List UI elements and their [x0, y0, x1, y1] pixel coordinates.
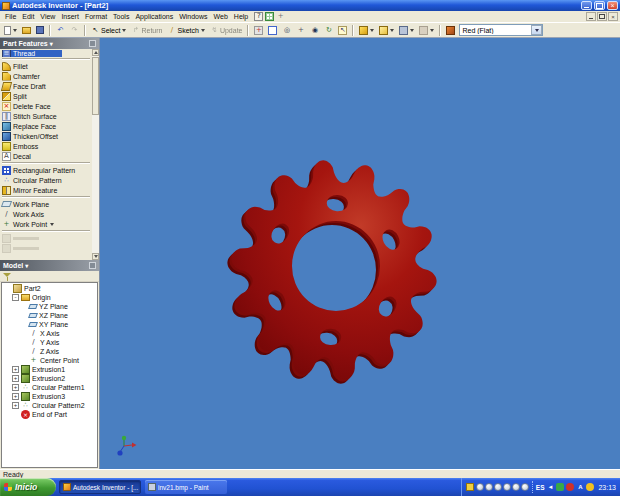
look-at-button[interactable]: ↖: [336, 24, 349, 37]
redo-button[interactable]: ↷: [68, 24, 81, 37]
part-features-item-chamfer[interactable]: Chamfer: [2, 71, 90, 81]
menu-windows[interactable]: Windows: [176, 13, 210, 20]
scroll-up-icon[interactable]: [92, 49, 99, 56]
part-features-item-workpoint[interactable]: +Work Point: [2, 219, 90, 229]
zoom-button[interactable]: ◎: [280, 24, 293, 37]
part-features-item-disabled[interactable]: [2, 243, 90, 253]
grid-icon[interactable]: [265, 12, 274, 21]
part-features-item-rectpattern[interactable]: Rectangular Pattern: [2, 165, 90, 175]
language-indicator[interactable]: ES: [536, 484, 545, 491]
part-features-item-split[interactable]: Split: [2, 91, 90, 101]
model-header[interactable]: Model: [0, 260, 99, 271]
tree-node-xz-plane[interactable]: XZ Plane: [2, 311, 97, 320]
media-button-icon[interactable]: [476, 483, 484, 491]
dropdown-caret-icon[interactable]: [430, 29, 434, 32]
material-dropdown-caret-icon[interactable]: [531, 25, 542, 35]
media-button-icon[interactable]: [485, 483, 493, 491]
volume-icon[interactable]: ◄: [546, 483, 554, 491]
start-button[interactable]: Inicio: [0, 478, 56, 496]
tree-node-extrusion1[interactable]: +Extrusion1: [2, 365, 97, 374]
dropdown-caret-icon[interactable]: [410, 29, 414, 32]
save-button[interactable]: [34, 24, 46, 37]
close-button[interactable]: [607, 1, 618, 10]
zoom-all-button[interactable]: +: [252, 24, 265, 37]
part-features-item-thread[interactable]: ≡Thread: [2, 50, 62, 57]
taskbar-button-inventor[interactable]: Autodesk Inventor - [...: [59, 480, 141, 494]
menu-edit[interactable]: Edit: [19, 13, 37, 20]
update-button[interactable]: ↯Update: [208, 24, 245, 37]
material-button[interactable]: [444, 24, 457, 37]
tree-node-origin[interactable]: -Origin: [2, 293, 97, 302]
menu-web[interactable]: Web: [211, 13, 231, 20]
expand-icon[interactable]: +: [12, 366, 19, 373]
part-features-item-workplane[interactable]: Work Plane: [2, 199, 90, 209]
shadow-button[interactable]: [417, 24, 436, 37]
tree-node-xy-plane[interactable]: XY Plane: [2, 320, 97, 329]
dropdown-caret-icon[interactable]: [370, 29, 374, 32]
plus-icon[interactable]: +: [276, 12, 285, 21]
part-features-item-mirror[interactable]: Mirror Feature: [2, 185, 90, 195]
shaded-display-button[interactable]: [357, 24, 376, 37]
menu-applications[interactable]: Applications: [132, 13, 176, 20]
dropdown-caret-icon[interactable]: [50, 223, 54, 226]
sprocket-part[interactable]: [100, 38, 620, 469]
restore-button[interactable]: [594, 1, 605, 10]
return-button[interactable]: ↱Return: [129, 24, 164, 37]
pushpin-icon[interactable]: [89, 40, 96, 47]
tree-node-end-of-part[interactable]: ×End of Part: [2, 410, 97, 419]
taskbar-button-paint[interactable]: inv21.bmp - Paint: [145, 480, 227, 494]
expand-icon[interactable]: +: [12, 384, 19, 391]
collapse-icon[interactable]: -: [12, 294, 19, 301]
part-features-scrollbar[interactable]: [92, 49, 99, 260]
part-features-item-disabled[interactable]: [2, 233, 90, 243]
scroll-thumb[interactable]: [92, 57, 99, 115]
new-button[interactable]: [2, 24, 19, 37]
media-button-icon[interactable]: [494, 483, 502, 491]
dropdown-caret-icon[interactable]: [201, 29, 205, 32]
pushpin-icon[interactable]: [89, 262, 96, 269]
document-minimize-button[interactable]: [586, 12, 596, 21]
filter-icon[interactable]: [3, 272, 12, 281]
menu-format[interactable]: Format: [82, 13, 110, 20]
media-button-icon[interactable]: [521, 483, 529, 491]
part-features-item-emboss[interactable]: Emboss: [2, 141, 90, 151]
graphics-canvas[interactable]: [100, 38, 620, 469]
undo-button[interactable]: ↶: [54, 24, 67, 37]
letter-a-icon[interactable]: A: [576, 483, 584, 491]
media-button-icon[interactable]: [503, 483, 511, 491]
open-button[interactable]: [20, 24, 33, 37]
expand-icon[interactable]: +: [12, 375, 19, 382]
select-button[interactable]: ↖Select: [89, 24, 128, 37]
tree-node-center-point[interactable]: +Center Point: [2, 356, 97, 365]
tree-node-part2[interactable]: Part2: [2, 284, 97, 293]
menu-insert[interactable]: Insert: [58, 13, 82, 20]
draft-display-button[interactable]: [377, 24, 396, 37]
sketch-button[interactable]: /Sketch: [165, 24, 206, 37]
part-features-item-circpattern[interactable]: ∴Circular Pattern: [2, 175, 90, 185]
scroll-down-icon[interactable]: [92, 253, 99, 260]
part-features-item-thicken[interactable]: Thicken/Offset: [2, 131, 90, 141]
green-status-icon[interactable]: [556, 483, 564, 491]
part-features-item-replaceface[interactable]: Replace Face: [2, 121, 90, 131]
tree-node-z-axis[interactable]: /Z Axis: [2, 347, 97, 356]
part-features-item-decal[interactable]: ADecal: [2, 151, 90, 161]
tree-node-yz-plane[interactable]: YZ Plane: [2, 302, 97, 311]
panel-menu-caret-icon[interactable]: [25, 262, 28, 269]
expand-icon[interactable]: +: [12, 402, 19, 409]
taskbar-clock[interactable]: 23:13: [598, 484, 616, 491]
part-features-item-stitch[interactable]: ‖Stitch Surface: [2, 111, 90, 121]
camera-button[interactable]: [397, 24, 416, 37]
tree-node-extrusion2[interactable]: +Extrusion2: [2, 374, 97, 383]
part-features-item-fillet[interactable]: Fillet: [2, 61, 90, 71]
help-icon[interactable]: ?: [254, 12, 263, 21]
document-restore-button[interactable]: [597, 12, 607, 21]
rotate-button[interactable]: ↻: [322, 24, 335, 37]
tree-node-x-axis[interactable]: /X Axis: [2, 329, 97, 338]
pan-button[interactable]: +: [294, 24, 307, 37]
expand-icon[interactable]: +: [12, 393, 19, 400]
yellow-badge-icon[interactable]: [586, 483, 594, 491]
panel-menu-caret-icon[interactable]: [50, 40, 53, 47]
part-features-item-facedraft[interactable]: Face Draft: [2, 81, 90, 91]
notes-icon[interactable]: [466, 483, 474, 491]
tree-node-circular-pattern2[interactable]: +∴Circular Pattern2: [2, 401, 97, 410]
